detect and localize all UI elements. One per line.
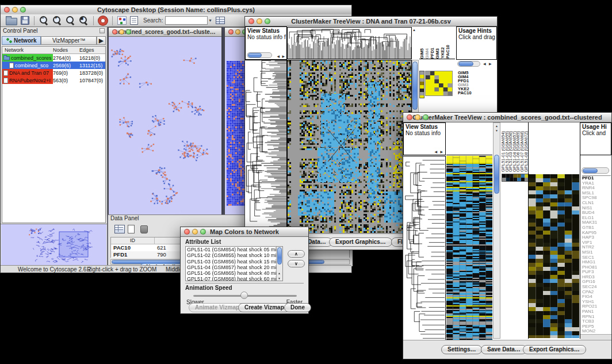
attribute-item[interactable]: GPL51-04 (GSM857) heat shock 20 min [186, 265, 282, 270]
column-label[interactable]: GIM5 [419, 48, 424, 59]
scroll-down-icon[interactable]: ▼ [278, 277, 281, 280]
gene-hscrollbar[interactable] [582, 167, 609, 174]
treeview1-titlebar[interactable]: ClusterMaker TreeView : DNA and Tran 07-… [245, 17, 497, 26]
maximize-button[interactable] [200, 229, 206, 235]
grid-view-icon[interactable] [114, 225, 125, 233]
maximize-button[interactable] [126, 29, 131, 35]
help-icon[interactable] [98, 16, 108, 25]
global-heatmap-canvas[interactable] [446, 156, 492, 340]
main-titlebar[interactable]: Cytoscape Desktop (Session Name: collins… [1, 5, 351, 15]
maximize-button[interactable] [265, 18, 270, 24]
done-button[interactable]: Done [284, 303, 311, 312]
minimize-button[interactable] [119, 29, 124, 35]
minimize-button[interactable] [192, 229, 198, 235]
column-dendrogram[interactable] [287, 27, 412, 59]
move-up-button[interactable]: ∧ [288, 250, 305, 258]
zoom-selected-icon[interactable]: ▣ [79, 16, 89, 25]
summary-strip-canvas[interactable] [419, 71, 424, 98]
network-row[interactable]: DNA and Tran 07 769(0) 183728(0) [2, 69, 105, 76]
open-session-icon[interactable] [6, 18, 17, 25]
scrollbar-thumb[interactable] [248, 53, 262, 58]
minimize-button[interactable] [257, 18, 262, 24]
network-row[interactable]: RNAPuberNov2+I 563(0) 107847(0) [2, 76, 105, 84]
network-row-selected[interactable]: combined_sco 2569(6) 13112(15) [2, 62, 105, 69]
usage-hscrollbar[interactable] [457, 61, 480, 67]
minimize-button[interactable] [415, 114, 420, 120]
mini-strip-canvas[interactable] [502, 174, 529, 182]
save-data-button[interactable]: Save Data… [481, 345, 527, 354]
export-graphics-button[interactable]: Export Graphics… [523, 345, 586, 354]
network-row[interactable]: combined_scores 2764(0) 16218(0) [2, 54, 105, 62]
scrollbar-thumb[interactable] [412, 62, 418, 110]
scrollbar-thumb[interactable] [458, 62, 473, 66]
tab-network[interactable]: Network [2, 36, 41, 45]
scroll-up-icon[interactable]: ▲ [278, 271, 281, 275]
search-input[interactable] [165, 16, 208, 25]
column-label[interactable]: YKE2 [440, 47, 445, 59]
attribute-item[interactable]: GPL51-06 (GSM865) heat shock 40 min [186, 270, 282, 276]
heatmap-canvas[interactable] [287, 60, 412, 235]
scroll-left-icon[interactable]: ◀ [483, 62, 486, 66]
scroll-left-icon[interactable]: ◀ [277, 54, 280, 58]
attribute-item[interactable]: GPL51-07 (GSM868) heat shock 60 min [186, 276, 282, 281]
scroll-down-icon[interactable]: ▼ [495, 129, 498, 132]
vizmapper-icon[interactable] [117, 16, 127, 25]
tab-vizmapper[interactable]: VizMapper™ [41, 36, 97, 45]
scrollbar-thumb[interactable] [583, 168, 598, 173]
column-label[interactable]: PFD1 [430, 48, 435, 59]
scroll-right-icon[interactable]: ▶ [440, 150, 443, 154]
maximize-button[interactable] [423, 114, 429, 120]
trash-icon[interactable] [140, 225, 148, 233]
zoom-in-icon[interactable]: + [52, 16, 62, 25]
zoom-matrix-canvas[interactable] [425, 71, 453, 96]
birdseye-canvas[interactable] [1, 224, 106, 266]
attrlist-vscrollbar[interactable]: ▲ ▼ [276, 247, 282, 281]
row-dendrogram[interactable] [403, 156, 446, 340]
close-button[interactable] [248, 18, 254, 24]
zoom-out-icon[interactable]: − [39, 16, 49, 25]
animate-vizmap-button[interactable]: Animate Vizmap [189, 303, 246, 312]
minimize-button[interactable] [12, 7, 18, 13]
speed-slider-thumb[interactable] [240, 292, 248, 299]
minimize-button[interactable] [235, 29, 240, 35]
status-hscrollbar[interactable] [247, 52, 272, 58]
new-attribute-icon[interactable] [128, 225, 135, 233]
attribute-item[interactable]: GPL51-02 (GSM855) heat shock 10 min [186, 252, 282, 258]
dialog-titlebar[interactable]: Map Colors to Network [181, 227, 308, 237]
data-col-id[interactable]: ID [111, 237, 155, 244]
column-label[interactable]: GIM4 [424, 48, 430, 59]
attribute-browser-icon[interactable] [216, 17, 225, 24]
export-graphics-button[interactable]: Export Graphics… [329, 237, 392, 247]
close-button[interactable] [184, 229, 190, 235]
scroll-up-icon[interactable]: ▲ [412, 28, 416, 32]
col-header-network[interactable]: Network [2, 47, 53, 54]
search-dropdown-icon[interactable]: ▾ [209, 18, 211, 23]
row-dendrogram[interactable] [245, 60, 287, 234]
col-header-nodes[interactable]: Nodes [53, 47, 79, 53]
scrollbar-thumb[interactable] [494, 155, 499, 194]
close-button[interactable] [407, 114, 412, 120]
gene-label[interactable]: MON2 [582, 329, 611, 334]
column-label[interactable]: PAC10 [445, 45, 450, 59]
scrollbar-thumb[interactable] [277, 247, 282, 265]
annotation-icon[interactable] [130, 16, 138, 25]
settings-button[interactable]: Settings… [441, 345, 482, 354]
scroll-left-icon[interactable]: ◀ [434, 150, 437, 154]
close-button[interactable] [228, 29, 234, 35]
float-panel-icon[interactable] [100, 28, 105, 33]
zoom-fit-icon[interactable] [66, 16, 75, 25]
tab-overflow-button[interactable]: ▶ [97, 36, 106, 45]
col-header-edges[interactable]: Edges [79, 47, 105, 53]
treeview2-titlebar[interactable]: ClusterMaker TreeView : combined_scores_… [403, 113, 611, 122]
save-session-icon[interactable] [21, 16, 29, 25]
scroll-right-icon[interactable]: ▶ [489, 62, 492, 66]
move-down-button[interactable]: ∨ [288, 260, 305, 267]
gene-label[interactable]: PAC10 [458, 91, 487, 95]
column-label[interactable]: GIM3 [435, 48, 440, 59]
close-button[interactable] [4, 7, 10, 13]
create-vizmap-button[interactable]: Create Vizmap [238, 303, 290, 312]
attribute-item[interactable]: GPL51-03 (GSM856) heat shock 15 min [186, 259, 282, 265]
close-button[interactable] [112, 29, 117, 35]
network-canvas[interactable] [109, 37, 221, 214]
scroll-up-icon[interactable]: ▲ [495, 124, 498, 128]
